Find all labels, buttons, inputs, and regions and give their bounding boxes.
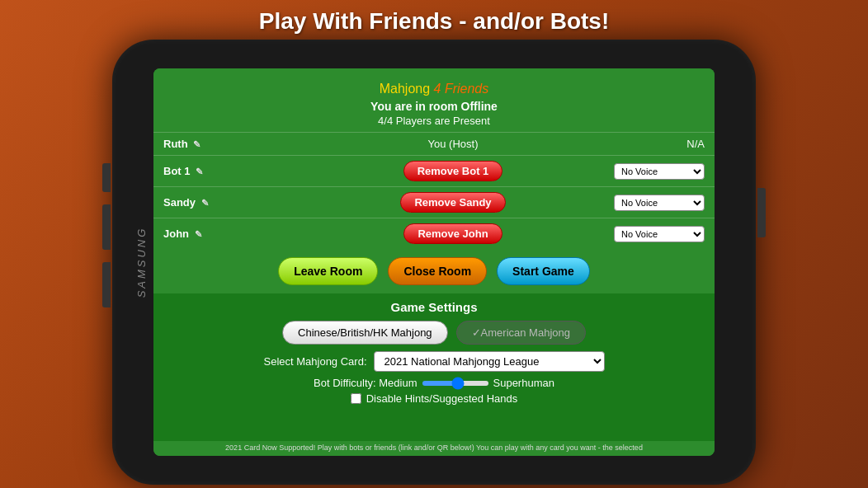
voice-select-sandy[interactable]: No Voice: [614, 195, 705, 211]
page-title: Play With Friends - and/or Bots!: [259, 0, 609, 40]
game-title: Mahjong 4 Friends: [153, 77, 715, 98]
settings-title: Game Settings: [163, 300, 705, 314]
players-table: Ruth ✎ You (Host) N/A Bot 1 ✎ Remove Bot…: [153, 132, 715, 249]
voice-select-bot1[interactable]: No Voice: [614, 163, 705, 180]
voice-select-john[interactable]: No Voice: [614, 226, 705, 242]
player-action-john[interactable]: Remove John: [302, 218, 604, 250]
remove-bot1-button[interactable]: Remove Bot 1: [403, 161, 503, 181]
player-action-sandy[interactable]: Remove Sandy: [302, 187, 604, 218]
na-label: N/A: [686, 138, 705, 150]
title-mahjong: Mahjong: [380, 82, 430, 96]
edit-icon: ✎: [193, 139, 200, 150]
remove-john-button[interactable]: Remove John: [403, 223, 502, 244]
you-host-label: You (Host): [428, 138, 479, 150]
action-buttons: Leave Room Close Room Start Game: [153, 249, 715, 293]
leave-room-button[interactable]: Leave Room: [278, 257, 378, 285]
phone-frame: SAMSUNG Mahjong 4 Friends You are in roo…: [112, 40, 756, 485]
player-name-john: John ✎: [153, 218, 302, 250]
samsung-label: SAMSUNG: [135, 227, 148, 298]
table-row: Sandy ✎ Remove Sandy No Voice: [153, 187, 715, 218]
phone-screen: Mahjong 4 Friends You are in room Offlin…: [153, 68, 715, 456]
close-room-button[interactable]: Close Room: [388, 257, 487, 285]
chinese-mahjong-button[interactable]: Chinese/British/HK Mahjong: [282, 321, 448, 345]
game-header: Mahjong 4 Friends You are in room Offlin…: [153, 68, 715, 132]
table-row: John ✎ Remove John No Voice: [153, 218, 715, 250]
bottom-note: 2021 Card Now Supported! Play with bots …: [153, 441, 715, 456]
difficulty-slider[interactable]: [422, 381, 488, 386]
bixby-button[interactable]: [102, 262, 111, 307]
room-info: You are in room Offline: [153, 100, 715, 113]
player-name-ruth: Ruth ✎: [153, 133, 302, 156]
power-button[interactable]: [757, 188, 766, 237]
hints-label: Disable Hints/Suggested Hands: [366, 392, 518, 405]
player-voice-sandy[interactable]: No Voice: [604, 187, 715, 218]
game-settings: Game Settings Chinese/British/HK Mahjong…: [153, 293, 715, 441]
table-row: Ruth ✎ You (Host) N/A: [153, 133, 715, 156]
player-name-sandy: Sandy ✎: [153, 187, 302, 218]
american-mahjong-button[interactable]: ✓American Mahjong: [456, 321, 586, 345]
edit-icon: ✎: [196, 167, 203, 177]
player-voice-john[interactable]: No Voice: [604, 218, 715, 250]
bot-difficulty-row: Bot Difficulty: Medium Superhuman: [163, 377, 705, 389]
player-action-ruth: You (Host): [302, 133, 604, 156]
volume-up-button[interactable]: [102, 163, 111, 192]
hints-checkbox[interactable]: [351, 393, 361, 404]
table-row: Bot 1 ✎ Remove Bot 1 No Voice: [153, 156, 715, 187]
player-voice-ruth: N/A: [604, 133, 715, 156]
player-name-bot1: Bot 1 ✎: [153, 156, 302, 187]
title-friends: 4 Friends: [434, 82, 489, 96]
card-dropdown[interactable]: 2021 National Mahjongg League: [374, 351, 605, 372]
player-voice-bot1[interactable]: No Voice: [604, 156, 715, 187]
edit-icon: ✎: [201, 198, 209, 209]
players-info: 4/4 Players are Present: [153, 115, 715, 127]
card-select-label: Select Mahjong Card:: [263, 355, 366, 368]
remove-sandy-button[interactable]: Remove Sandy: [400, 192, 505, 213]
superhuman-label: Superhuman: [493, 377, 554, 389]
hints-row: Disable Hints/Suggested Hands: [163, 392, 705, 405]
volume-down-button[interactable]: [102, 204, 111, 250]
bot-difficulty-label: Bot Difficulty: Medium: [314, 377, 417, 389]
start-game-button[interactable]: Start Game: [497, 257, 590, 285]
edit-icon: ✎: [195, 229, 202, 240]
card-select-row: Select Mahjong Card: 2021 National Mahjo…: [163, 351, 705, 372]
mahjong-type-row: Chinese/British/HK Mahjong ✓American Mah…: [163, 321, 705, 345]
player-action-bot1[interactable]: Remove Bot 1: [302, 156, 604, 187]
